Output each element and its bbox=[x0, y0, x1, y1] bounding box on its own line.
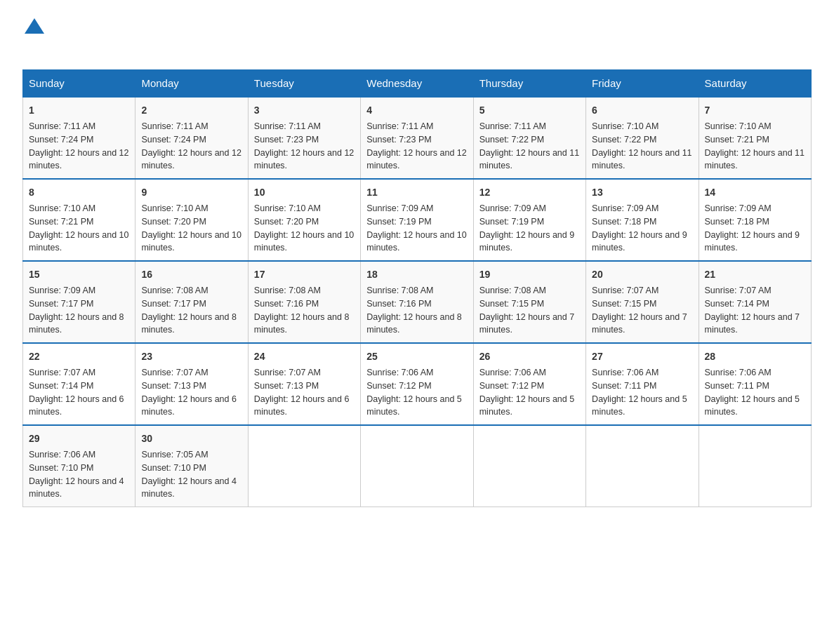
day-number: 29 bbox=[29, 431, 129, 446]
daylight-text: Daylight: 12 hours and 10 minutes. bbox=[254, 230, 354, 253]
day-number: 11 bbox=[366, 185, 467, 200]
sunrise-text: Sunrise: 7:10 AM bbox=[592, 121, 658, 131]
calendar-week-row: 8Sunrise: 7:10 AMSunset: 7:21 PMDaylight… bbox=[23, 179, 812, 261]
sunrise-text: Sunrise: 7:06 AM bbox=[479, 368, 546, 377]
daylight-text: Daylight: 12 hours and 5 minutes. bbox=[592, 394, 687, 417]
day-number: 27 bbox=[592, 349, 692, 364]
day-number: 4 bbox=[366, 103, 467, 118]
sunset-text: Sunset: 7:20 PM bbox=[141, 217, 206, 227]
day-number: 15 bbox=[29, 267, 129, 282]
sunrise-text: Sunrise: 7:08 AM bbox=[254, 286, 321, 295]
daylight-text: Daylight: 12 hours and 9 minutes. bbox=[479, 230, 575, 253]
day-number: 30 bbox=[141, 431, 241, 446]
daylight-text: Daylight: 12 hours and 5 minutes. bbox=[479, 394, 575, 417]
sunrise-text: Sunrise: 7:08 AM bbox=[479, 286, 546, 295]
sunrise-text: Sunrise: 7:08 AM bbox=[141, 286, 208, 295]
day-number: 24 bbox=[254, 349, 355, 364]
day-number: 7 bbox=[705, 103, 805, 118]
calendar-cell: 16Sunrise: 7:08 AMSunset: 7:17 PMDayligh… bbox=[135, 261, 248, 343]
sunrise-text: Sunrise: 7:10 AM bbox=[141, 203, 208, 213]
sunrise-text: Sunrise: 7:09 AM bbox=[592, 203, 658, 213]
calendar-cell: 18Sunrise: 7:08 AMSunset: 7:16 PMDayligh… bbox=[361, 261, 473, 343]
sunset-text: Sunset: 7:23 PM bbox=[254, 135, 319, 145]
sunset-text: Sunset: 7:13 PM bbox=[141, 381, 206, 391]
calendar-week-row: 15Sunrise: 7:09 AMSunset: 7:17 PMDayligh… bbox=[23, 261, 812, 343]
day-number: 1 bbox=[29, 103, 129, 118]
sunset-text: Sunset: 7:21 PM bbox=[705, 135, 769, 145]
sunset-text: Sunset: 7:13 PM bbox=[254, 381, 319, 391]
sunset-text: Sunset: 7:22 PM bbox=[479, 135, 544, 145]
daylight-text: Daylight: 12 hours and 11 minutes. bbox=[592, 148, 691, 171]
calendar-cell: 26Sunrise: 7:06 AMSunset: 7:12 PMDayligh… bbox=[473, 343, 585, 425]
calendar-cell: 17Sunrise: 7:08 AMSunset: 7:16 PMDayligh… bbox=[248, 261, 360, 343]
daylight-text: Daylight: 12 hours and 5 minutes. bbox=[366, 394, 462, 417]
day-number: 21 bbox=[705, 267, 805, 282]
sunrise-text: Sunrise: 7:06 AM bbox=[592, 368, 658, 377]
calendar-cell: 2Sunrise: 7:11 AMSunset: 7:24 PMDaylight… bbox=[135, 97, 248, 179]
sunset-text: Sunset: 7:17 PM bbox=[141, 299, 206, 309]
calendar-cell: 11Sunrise: 7:09 AMSunset: 7:19 PMDayligh… bbox=[361, 179, 473, 261]
day-number: 13 bbox=[592, 185, 692, 200]
sunrise-text: Sunrise: 7:10 AM bbox=[705, 121, 772, 131]
calendar-cell: 4Sunrise: 7:11 AMSunset: 7:23 PMDaylight… bbox=[361, 97, 473, 179]
daylight-text: Daylight: 12 hours and 7 minutes. bbox=[705, 312, 800, 335]
sunset-text: Sunset: 7:10 PM bbox=[29, 463, 93, 473]
calendar-cell: 29Sunrise: 7:06 AMSunset: 7:10 PMDayligh… bbox=[23, 425, 135, 507]
calendar-cell bbox=[586, 425, 699, 507]
sunset-text: Sunset: 7:21 PM bbox=[29, 217, 93, 227]
day-number: 5 bbox=[479, 103, 580, 118]
day-number: 23 bbox=[141, 349, 241, 364]
daylight-text: Daylight: 12 hours and 6 minutes. bbox=[29, 394, 124, 417]
day-number: 22 bbox=[29, 349, 129, 364]
calendar-cell: 19Sunrise: 7:08 AMSunset: 7:15 PMDayligh… bbox=[473, 261, 585, 343]
calendar-cell: 5Sunrise: 7:11 AMSunset: 7:22 PMDaylight… bbox=[473, 97, 585, 179]
calendar-week-row: 29Sunrise: 7:06 AMSunset: 7:10 PMDayligh… bbox=[23, 425, 812, 507]
day-number: 6 bbox=[592, 103, 692, 118]
day-number: 3 bbox=[254, 103, 355, 118]
daylight-text: Daylight: 12 hours and 8 minutes. bbox=[366, 312, 462, 335]
daylight-text: Daylight: 12 hours and 12 minutes. bbox=[141, 148, 241, 171]
sunset-text: Sunset: 7:19 PM bbox=[479, 217, 544, 227]
calendar-header-row: SundayMondayTuesdayWednesdayThursdayFrid… bbox=[23, 70, 812, 98]
calendar-cell: 23Sunrise: 7:07 AMSunset: 7:13 PMDayligh… bbox=[135, 343, 248, 425]
daylight-text: Daylight: 12 hours and 11 minutes. bbox=[479, 148, 579, 171]
daylight-text: Daylight: 12 hours and 10 minutes. bbox=[141, 230, 241, 253]
sunset-text: Sunset: 7:12 PM bbox=[479, 381, 544, 391]
day-number: 17 bbox=[254, 267, 355, 282]
calendar-cell: 30Sunrise: 7:05 AMSunset: 7:10 PMDayligh… bbox=[135, 425, 248, 507]
sunrise-text: Sunrise: 7:07 AM bbox=[141, 368, 208, 377]
daylight-text: Daylight: 12 hours and 11 minutes. bbox=[705, 148, 805, 171]
sunrise-text: Sunrise: 7:06 AM bbox=[705, 368, 772, 377]
calendar-header-saturday: Saturday bbox=[699, 70, 811, 98]
sunrise-text: Sunrise: 7:07 AM bbox=[705, 286, 772, 295]
daylight-text: Daylight: 12 hours and 12 minutes. bbox=[254, 148, 354, 171]
sunrise-text: Sunrise: 7:11 AM bbox=[254, 121, 321, 131]
daylight-text: Daylight: 12 hours and 12 minutes. bbox=[29, 148, 128, 171]
sunset-text: Sunset: 7:15 PM bbox=[479, 299, 544, 309]
sunset-text: Sunset: 7:24 PM bbox=[29, 135, 93, 145]
sunset-text: Sunset: 7:11 PM bbox=[705, 381, 769, 391]
sunrise-text: Sunrise: 7:09 AM bbox=[29, 286, 95, 295]
calendar-cell: 28Sunrise: 7:06 AMSunset: 7:11 PMDayligh… bbox=[699, 343, 811, 425]
day-number: 19 bbox=[479, 267, 580, 282]
calendar-cell: 22Sunrise: 7:07 AMSunset: 7:14 PMDayligh… bbox=[23, 343, 135, 425]
sunrise-text: Sunrise: 7:11 AM bbox=[141, 121, 208, 131]
page-header bbox=[22, 17, 812, 55]
sunset-text: Sunset: 7:17 PM bbox=[29, 299, 93, 309]
calendar-cell: 10Sunrise: 7:10 AMSunset: 7:20 PMDayligh… bbox=[248, 179, 360, 261]
sunset-text: Sunset: 7:14 PM bbox=[705, 299, 769, 309]
daylight-text: Daylight: 12 hours and 8 minutes. bbox=[254, 312, 350, 335]
calendar-cell: 15Sunrise: 7:09 AMSunset: 7:17 PMDayligh… bbox=[23, 261, 135, 343]
sunrise-text: Sunrise: 7:09 AM bbox=[479, 203, 546, 213]
calendar-week-row: 22Sunrise: 7:07 AMSunset: 7:14 PMDayligh… bbox=[23, 343, 812, 425]
calendar-header-monday: Monday bbox=[135, 70, 248, 98]
calendar-cell bbox=[699, 425, 811, 507]
sunrise-text: Sunrise: 7:07 AM bbox=[29, 368, 95, 377]
calendar-week-row: 1Sunrise: 7:11 AMSunset: 7:24 PMDaylight… bbox=[23, 97, 812, 179]
calendar-cell bbox=[473, 425, 585, 507]
calendar-header-sunday: Sunday bbox=[23, 70, 135, 98]
sunrise-text: Sunrise: 7:11 AM bbox=[366, 121, 433, 131]
sunset-text: Sunset: 7:10 PM bbox=[141, 463, 206, 473]
calendar-cell: 27Sunrise: 7:06 AMSunset: 7:11 PMDayligh… bbox=[586, 343, 699, 425]
sunrise-text: Sunrise: 7:05 AM bbox=[141, 450, 208, 459]
